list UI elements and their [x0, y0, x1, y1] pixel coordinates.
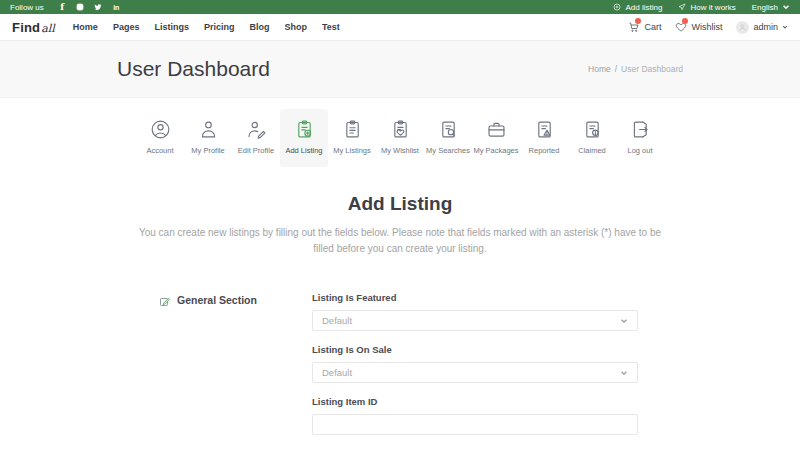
dashboard-tabs: Account My Profile Edit Profile Add List… [136, 109, 664, 167]
language-select[interactable]: English [752, 3, 790, 12]
add-listing-form: General Section Listing Is Featured Defa… [117, 292, 683, 449]
plus-circle-icon [613, 3, 621, 11]
log-out-icon [630, 119, 651, 140]
paper-plane-icon [678, 3, 686, 11]
clipboard-icon [342, 119, 363, 140]
listing-is-featured-select[interactable]: Default [312, 310, 638, 331]
logo[interactable]: Find all [12, 20, 55, 35]
instagram-icon[interactable] [76, 3, 85, 12]
linkedin-icon[interactable]: in [112, 3, 121, 12]
person-icon [198, 119, 219, 140]
section-title: Add Listing [0, 193, 800, 215]
nav-item-pricing[interactable]: Pricing [204, 22, 235, 32]
tab-edit-profile[interactable]: Edit Profile [232, 109, 280, 167]
tab-account[interactable]: Account [136, 109, 184, 167]
follow-us-label: Follow us [10, 3, 44, 12]
clipboard-heart-icon [390, 119, 411, 140]
person-pencil-icon [246, 119, 267, 140]
cart-badge [635, 18, 641, 24]
chevron-down-icon [620, 369, 628, 377]
document-info-icon [582, 119, 603, 140]
page-header: User Dashboard Home / User Dashboard [0, 41, 800, 98]
account-icon [150, 119, 171, 140]
avatar [736, 21, 749, 34]
user-menu[interactable]: admin [736, 21, 788, 34]
twitter-icon[interactable] [94, 3, 103, 12]
tab-claimed[interactable]: Claimed [568, 109, 616, 167]
tab-my-wishlist[interactable]: My Wishlist [376, 109, 424, 167]
main-menu: Home Pages Listings Pricing Blog Shop Te… [73, 22, 340, 32]
edit-icon [159, 294, 171, 306]
nav-item-test[interactable]: Test [322, 22, 340, 32]
field-listing-is-featured: Listing Is Featured Default [312, 292, 638, 331]
section-description: You can create new listings by filling o… [135, 225, 665, 256]
nav-item-shop[interactable]: Shop [284, 22, 307, 32]
tab-my-searches[interactable]: My Searches [424, 109, 472, 167]
cart-button[interactable]: Cart [628, 21, 661, 33]
document-search-icon [438, 119, 459, 140]
nav-item-pages[interactable]: Pages [113, 22, 140, 32]
breadcrumb-separator: / [615, 64, 617, 74]
wishlist-badge [682, 18, 688, 24]
briefcase-icon [486, 119, 507, 140]
tab-my-profile[interactable]: My Profile [184, 109, 232, 167]
main-navbar: Find all Home Pages Listings Pricing Blo… [0, 14, 800, 41]
facebook-icon[interactable]: f [58, 3, 67, 12]
topbar: Follow us f in Add listing How it works … [0, 0, 800, 14]
page-title: User Dashboard [117, 57, 270, 81]
field-label: Listing Is Featured [312, 292, 638, 303]
field-listing-is-on-sale: Listing Is On Sale Default [312, 344, 638, 383]
tab-my-listings[interactable]: My Listings [328, 109, 376, 167]
breadcrumb-current: User Dashboard [621, 64, 683, 74]
nav-item-listings[interactable]: Listings [154, 22, 189, 32]
wishlist-button[interactable]: Wishlist [675, 21, 722, 33]
nav-item-home[interactable]: Home [73, 22, 98, 32]
chevron-down-icon [620, 317, 628, 325]
field-listing-item-id: Listing Item ID [312, 396, 638, 435]
chevron-down-icon [782, 24, 788, 30]
clipboard-plus-icon [294, 119, 315, 140]
field-label: Listing Is On Sale [312, 344, 638, 355]
listing-is-on-sale-select[interactable]: Default [312, 362, 638, 383]
tab-add-listing[interactable]: Add Listing [280, 109, 328, 167]
nav-item-blog[interactable]: Blog [249, 22, 269, 32]
listing-item-id-input[interactable] [312, 414, 638, 435]
add-listing-link[interactable]: Add listing [613, 3, 662, 12]
field-label: Listing Item ID [312, 396, 638, 407]
document-warning-icon [534, 119, 555, 140]
tab-reported[interactable]: Reported [520, 109, 568, 167]
how-it-works-link[interactable]: How it works [678, 3, 735, 12]
tab-my-packages[interactable]: My Packages [472, 109, 520, 167]
breadcrumb-home[interactable]: Home [588, 64, 611, 74]
chevron-down-icon [782, 3, 790, 11]
breadcrumb: Home / User Dashboard [588, 64, 683, 74]
social-links: f in [58, 3, 121, 12]
form-group-title: General Section [177, 294, 257, 306]
tab-log-out[interactable]: Log out [616, 109, 664, 167]
